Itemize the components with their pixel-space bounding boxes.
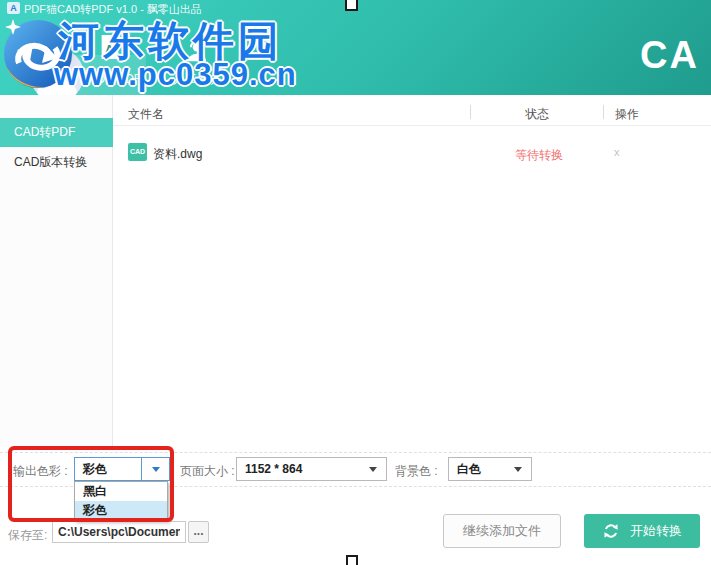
tab-label: 人工服务 (158, 71, 236, 88)
chevron-down-icon (152, 467, 160, 472)
page-size-value: 1152 * 864 (245, 458, 302, 480)
chevron-down-icon[interactable] (514, 467, 522, 472)
remove-file-icon[interactable]: x (614, 146, 620, 158)
save-path-label: 保存至: (8, 527, 47, 544)
column-header-filename: 文件名 (128, 106, 164, 123)
output-color-label: 输出色彩 : (13, 463, 68, 480)
status-badge: 等待转换 (515, 147, 563, 164)
screenshot-handle (345, 0, 358, 11)
header: A PDF猫CAD转PDF v1.0 - 飘零山出品 CAD转PDF A 人工服… (0, 0, 711, 95)
column-header-status: 状态 (525, 106, 549, 123)
pdf-page-icon: A (98, 34, 122, 60)
dropdown-option-black-white[interactable]: 黑白 (75, 482, 167, 501)
tab-cad-to-pdf[interactable]: CAD转PDF (75, 55, 146, 95)
output-color-select[interactable]: 彩色 (74, 457, 170, 481)
start-convert-label: 开始转换 (630, 522, 682, 540)
output-color-dropdown-list: 黑白 彩色 (74, 481, 168, 521)
avatar-person-icon (47, 58, 67, 78)
file-name: 资料.dwg (153, 146, 202, 163)
window-title: PDF猫CAD转PDF v1.0 - 飘零山出品 (24, 2, 202, 17)
app-window: A PDF猫CAD转PDF v1.0 - 飘零山出品 CAD转PDF A 人工服… (0, 0, 711, 565)
chevron-down-icon[interactable] (369, 467, 377, 472)
output-color-dropdown-button[interactable] (141, 458, 169, 480)
screenshot-handle (346, 555, 358, 565)
background-color-value: 白色 (457, 458, 481, 480)
cad-file-type-icon: CAD (128, 143, 147, 161)
dropdown-option-color[interactable]: 彩色 (75, 501, 167, 520)
column-divider (470, 105, 471, 119)
svg-text:A: A (105, 43, 113, 55)
app-icon: A (7, 2, 20, 14)
page-size-select[interactable]: 1152 * 864 (236, 457, 387, 481)
sidebar-item-cad-to-pdf[interactable]: CAD转PDF (0, 118, 113, 147)
column-header-action: 操作 (615, 106, 639, 123)
add-more-files-button[interactable]: 继续添加文件 (443, 514, 561, 548)
start-convert-button[interactable]: 开始转换 (584, 514, 700, 548)
sidebar-item-cad-version-convert[interactable]: CAD版本转换 (0, 148, 113, 177)
brand-text: CA (640, 34, 699, 77)
output-color-value: 彩色 (83, 458, 107, 480)
browse-button[interactable]: ... (188, 521, 209, 543)
column-divider (603, 105, 604, 119)
table-header-divider (113, 125, 711, 126)
headset-support-icon (183, 38, 211, 64)
tab-label: CAD转PDF (75, 71, 146, 88)
sidebar: CAD转PDF CAD版本转换 (0, 95, 113, 447)
background-color-label: 背景色 : (395, 463, 438, 480)
page-size-label: 页面大小 : (180, 463, 235, 480)
save-path-input[interactable] (52, 521, 186, 543)
refresh-icon (602, 522, 620, 540)
background-color-select[interactable]: 白色 (448, 457, 532, 481)
